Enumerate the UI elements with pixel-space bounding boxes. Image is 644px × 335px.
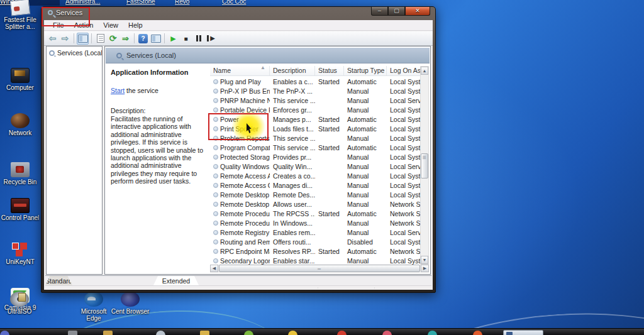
service-name-cell: PNRP Machine Na... [210, 97, 270, 104]
column-header-label: Log On As [390, 67, 421, 74]
back-button[interactable]: ⇦ [47, 33, 58, 45]
service-row[interactable]: Portable Device E... Enforces gr... Manu… [210, 105, 425, 114]
stop-icon: ■ [184, 35, 187, 42]
taskbar[interactable] [0, 328, 644, 335]
desktop-icon[interactable]: Fastest File Splitter a... [1, 0, 40, 30]
column-header-startup-type[interactable]: Startup Type [344, 66, 387, 75]
menu-item[interactable]: Help [123, 21, 148, 30]
thumb-grip: ☰ [421, 154, 428, 162]
service-row[interactable]: Remote Procedur... The RPCSS ... Started… [210, 209, 425, 218]
pause-service-button[interactable] [192, 33, 204, 45]
service-name: Protected Storage [220, 153, 270, 161]
desktop-icon[interactable]: Control Panel [1, 198, 40, 221]
service-row[interactable]: PnP-X IP Bus Enu... The PnP-X ... Manual… [210, 86, 425, 96]
service-row[interactable]: Secondary Logon Enables star... Manual L… [210, 256, 425, 265]
tree-item-services-local[interactable]: Services (Local) [47, 47, 102, 57]
column-header-status[interactable]: Status [315, 66, 344, 75]
close-button[interactable]: ✕ [405, 7, 430, 16]
column-header-log-on-as[interactable]: Log On As [387, 66, 425, 75]
service-row[interactable]: Quality Windows ... Quality Win... Manua… [210, 162, 425, 171]
scroll-left-button[interactable]: ◀ [210, 265, 218, 272]
column-header-description[interactable]: Description [270, 66, 315, 75]
service-row[interactable]: Remote Access C... Manages di... Manual … [210, 180, 425, 190]
service-row[interactable]: Remote Procedur... In Windows... Manual … [210, 218, 425, 228]
properties-button[interactable] [94, 33, 106, 45]
scroll-down-button[interactable]: ▼ [421, 256, 428, 264]
service-row[interactable]: Remote Desktop ... Remote Des... Manual … [210, 190, 425, 199]
scroll-right-button[interactable]: ▶ [421, 265, 429, 272]
view-tab[interactable]: Standard [45, 276, 72, 285]
menu-item[interactable]: File [48, 21, 69, 30]
restart-service-button[interactable]: ▶ [205, 33, 217, 45]
desktop-icon[interactable]: UltraISO [0, 292, 39, 315]
service-description: Offers routi... [270, 238, 315, 246]
taskbar-icon[interactable] [288, 331, 297, 335]
taskbar-icon[interactable] [337, 331, 347, 335]
service-icon [213, 136, 218, 141]
pause-icon [196, 35, 201, 41]
service-row[interactable]: Remote Desktop S... Allows user... Manua… [210, 199, 425, 209]
service-icon [213, 239, 218, 244]
column-header-name[interactable]: Name▲ [210, 66, 270, 75]
view-tab-label: Standard [45, 277, 72, 285]
taskbar-icon[interactable] [244, 331, 253, 335]
taskbar-icon[interactable] [200, 331, 209, 335]
desktop-icon[interactable]: Network [1, 113, 40, 136]
service-log-on-as: Local Syste... [387, 106, 425, 114]
extended-view-button[interactable] [150, 33, 162, 45]
taskbar-icon[interactable] [103, 331, 113, 335]
start-service-link[interactable]: Start [111, 87, 125, 94]
menu-item[interactable]: Action [69, 21, 99, 30]
service-name: Remote Registry [220, 229, 269, 236]
service-name-cell: Portable Device E... [210, 106, 270, 114]
service-icon [213, 155, 218, 160]
desktop-icon[interactable]: UniKeyNT [1, 242, 40, 265]
service-description: The PnP-X ... [270, 87, 315, 95]
service-row[interactable]: Remote Access A... Creates a co... Manua… [210, 171, 425, 180]
menu-item[interactable]: View [98, 21, 123, 30]
start-service-button[interactable]: ▶ [167, 33, 179, 45]
taskbar-icon[interactable] [68, 331, 77, 335]
minimize-button[interactable]: – [371, 7, 388, 16]
service-row[interactable]: Program Compati... This service ... Star… [210, 143, 425, 152]
desktop-icon[interactable]: Recycle Bin [1, 162, 40, 185]
help-button[interactable]: ? [137, 33, 149, 45]
service-row[interactable]: Problem Reports a... This service ... Ma… [210, 133, 425, 143]
taskbar-icon[interactable] [428, 331, 437, 335]
view-tabs: ExtendedStandard [45, 275, 431, 285]
service-rows: Plug and Play Enables a c... Started Aut… [210, 77, 425, 265]
forward-button[interactable]: ⇨ [59, 33, 71, 45]
service-description: Allows user... [270, 200, 315, 208]
taskbar-icon[interactable] [473, 331, 482, 335]
vertical-scroll-thumb[interactable]: ☰ [421, 153, 428, 178]
service-row[interactable]: Plug and Play Enables a c... Started Aut… [210, 77, 425, 86]
service-description: The RPCSS ... [270, 210, 315, 217]
horizontal-scroll-thumb[interactable]: ═ [219, 265, 420, 272]
service-row[interactable]: Routing and Rem... Offers routi... Disab… [210, 237, 425, 246]
column-header-label: Status [318, 67, 337, 74]
scroll-up-button[interactable]: ▲ [421, 67, 428, 75]
service-row[interactable]: PNRP Machine Na... This service ... Manu… [210, 96, 425, 105]
desktop-icon[interactable]: Microsoft Edge [74, 292, 113, 322]
stop-service-button[interactable]: ■ [180, 33, 192, 45]
show-console-tree-button[interactable] [77, 33, 89, 45]
title-bar[interactable]: Services – ▢ ✕ [42, 7, 435, 20]
view-tab[interactable]: Extended [153, 276, 199, 285]
service-row[interactable]: RPC Endpoint Ma... Resolves RP... Starte… [210, 246, 425, 256]
maximize-button[interactable]: ▢ [388, 7, 405, 16]
taskbar-icon[interactable] [0, 331, 9, 335]
service-name-cell: Routing and Rem... [210, 238, 270, 246]
desktop-icon[interactable]: Computer [1, 68, 40, 91]
taskbar-icon[interactable] [156, 331, 165, 335]
taskbar-icon[interactable] [382, 331, 392, 335]
refresh-button[interactable]: ⟳ [107, 33, 119, 45]
taskbar-active-app[interactable] [503, 330, 543, 335]
horizontal-scrollbar[interactable]: ◀ ═ ▶ [210, 265, 429, 273]
service-row[interactable]: Protected Storage Provides pr... Manual … [210, 152, 425, 162]
vertical-scrollbar[interactable]: ▲ ☰ ▼ [420, 66, 429, 265]
desktop-icon[interactable]: Cent Browser [111, 292, 150, 315]
service-row[interactable]: Remote Registry Enables rem... Manual Lo… [210, 228, 425, 237]
service-row[interactable]: Power Manages p... Started Automatic Loc… [210, 114, 425, 124]
export-list-button[interactable]: ⇒ [119, 33, 131, 45]
service-row[interactable]: Print Spooler Loads files t... Started A… [210, 124, 425, 133]
